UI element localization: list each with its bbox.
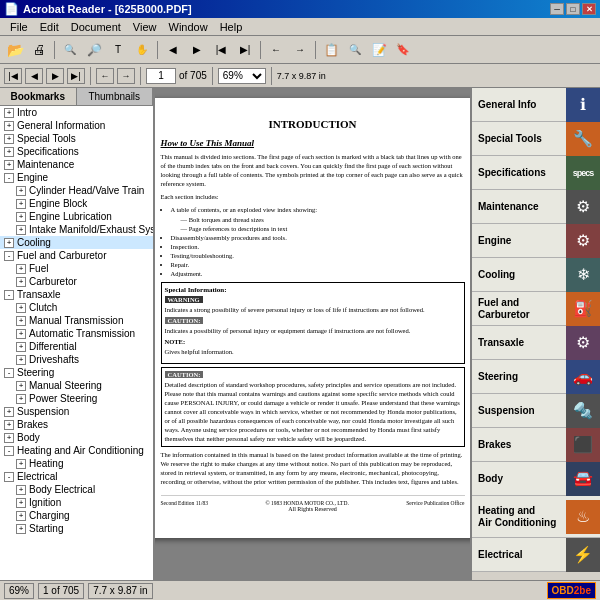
toggle-driveshafts[interactable]: + (16, 355, 26, 365)
window-controls[interactable]: ─ □ ✕ (550, 3, 596, 15)
toggle-power-steer[interactable]: + (16, 394, 26, 404)
tree-item-steering[interactable]: - Steering (0, 366, 153, 379)
tool-bookmark[interactable]: 🔖 (392, 39, 414, 61)
tool-zoom-out[interactable]: 🔍 (59, 39, 81, 61)
tree-item-hvac[interactable]: - Heating and Air Conditioning (0, 444, 153, 457)
tree-item-electrical[interactable]: - Electrical (0, 470, 153, 483)
toggle-body-elec[interactable]: + (16, 485, 26, 495)
tool-find[interactable]: 🔍 (344, 39, 366, 61)
toggle-general[interactable]: + (4, 121, 14, 131)
chapter-hvac[interactable]: Heating andAir Conditioning ♨ (472, 496, 600, 538)
tool-select[interactable]: T (107, 39, 129, 61)
tree-item-auto-trans[interactable]: + Automatic Transmission (0, 327, 153, 340)
tool-first-page[interactable]: |◀ (210, 39, 232, 61)
tool-print[interactable]: 🖨 (28, 39, 50, 61)
chapter-suspension[interactable]: Suspension 🔩 (472, 394, 600, 428)
menu-edit[interactable]: Edit (34, 21, 65, 33)
tool-zoom-in[interactable]: 🔎 (83, 39, 105, 61)
chapter-steering[interactable]: Steering 🚗 (472, 360, 600, 394)
nav-last[interactable]: ▶| (67, 68, 85, 84)
toggle-cylinder[interactable]: + (16, 186, 26, 196)
nav-next[interactable]: ▶ (46, 68, 64, 84)
menu-help[interactable]: Help (214, 21, 249, 33)
tool-prev-page[interactable]: ◀ (162, 39, 184, 61)
tree-item-special[interactable]: + Special Tools (0, 132, 153, 145)
toggle-electrical[interactable]: - (4, 472, 14, 482)
tree-item-intro[interactable]: + Intro (0, 106, 153, 119)
tree-item-specs[interactable]: + Specifications (0, 145, 153, 158)
chapter-special-tools[interactable]: Special Tools 🔧 (472, 122, 600, 156)
toggle-carb[interactable]: + (16, 277, 26, 287)
tool-note[interactable]: 📝 (368, 39, 390, 61)
chapter-specifications[interactable]: Specifications specs (472, 156, 600, 190)
chapter-body[interactable]: Body 🚘 (472, 462, 600, 496)
obd-logo[interactable]: OBD2be (547, 582, 596, 599)
toggle-heating[interactable]: + (16, 459, 26, 469)
tool-next-page[interactable]: ▶ (186, 39, 208, 61)
toggle-charging[interactable]: + (16, 511, 26, 521)
toggle-special[interactable]: + (4, 134, 14, 144)
toggle-intro[interactable]: + (4, 108, 14, 118)
minimize-button[interactable]: ─ (550, 3, 564, 15)
tree-item-body[interactable]: + Body (0, 431, 153, 444)
tree-item-driveshafts[interactable]: + Driveshafts (0, 353, 153, 366)
tree-item-power-steer[interactable]: + Power Steering (0, 392, 153, 405)
toggle-intake[interactable]: + (16, 225, 26, 235)
tree-item-engineblock[interactable]: + Engine Block (0, 197, 153, 210)
tree-item-fuel-sub[interactable]: + Fuel (0, 262, 153, 275)
chapter-maintenance[interactable]: Maintenance ⚙ (472, 190, 600, 224)
tree-item-intake[interactable]: + Intake Manifold/Exhaust Syste (0, 223, 153, 236)
toggle-hvac[interactable]: - (4, 446, 14, 456)
menu-window[interactable]: Window (163, 21, 214, 33)
tree-item-cylinder[interactable]: + Cylinder Head/Valve Train (0, 184, 153, 197)
toggle-differential[interactable]: + (16, 342, 26, 352)
tab-bookmarks[interactable]: Bookmarks (0, 88, 77, 105)
toggle-suspension[interactable]: + (4, 407, 14, 417)
toggle-fuel[interactable]: - (4, 251, 14, 261)
tool-open[interactable]: 📂 (4, 39, 26, 61)
maximize-button[interactable]: □ (566, 3, 580, 15)
tree-item-general[interactable]: + General Information (0, 119, 153, 132)
pdf-area[interactable]: INTRODUCTION How to Use This Manual This… (155, 88, 470, 580)
nav-prev[interactable]: ◀ (25, 68, 43, 84)
tree-item-brakes[interactable]: + Brakes (0, 418, 153, 431)
menu-view[interactable]: View (127, 21, 163, 33)
page-number-input[interactable] (146, 68, 176, 84)
zoom-select[interactable]: 69% 50% 75% 100% 125% (218, 68, 266, 84)
toggle-fuel-sub[interactable]: + (16, 264, 26, 274)
nav-fwd[interactable]: → (117, 68, 135, 84)
nav-back[interactable]: ← (96, 68, 114, 84)
tree-item-manual-steer[interactable]: + Manual Steering (0, 379, 153, 392)
toggle-specs[interactable]: + (4, 147, 14, 157)
tree-item-manual-trans[interactable]: + Manual Transmission (0, 314, 153, 327)
tree-item-cooling[interactable]: + Cooling (0, 236, 153, 249)
tree-item-starting[interactable]: + Starting (0, 522, 153, 535)
chapter-brakes[interactable]: Brakes ⬛ (472, 428, 600, 462)
tree-item-body-elec[interactable]: + Body Electrical (0, 483, 153, 496)
tree-item-clutch[interactable]: + Clutch (0, 301, 153, 314)
tool-hand[interactable]: ✋ (131, 39, 153, 61)
toggle-engine[interactable]: - (4, 173, 14, 183)
tab-thumbnails[interactable]: Thumbnails (77, 88, 154, 105)
toggle-manual-trans[interactable]: + (16, 316, 26, 326)
chapter-transaxle[interactable]: Transaxle ⚙ (472, 326, 600, 360)
toggle-auto-trans[interactable]: + (16, 329, 26, 339)
toggle-body[interactable]: + (4, 433, 14, 443)
tool-forward[interactable]: → (289, 39, 311, 61)
menu-document[interactable]: Document (65, 21, 127, 33)
tree-item-differential[interactable]: + Differential (0, 340, 153, 353)
tree-item-engine[interactable]: - Engine (0, 171, 153, 184)
toggle-steering[interactable]: - (4, 368, 14, 378)
tool-back[interactable]: ← (265, 39, 287, 61)
toggle-manual-steer[interactable]: + (16, 381, 26, 391)
tree-item-fuel[interactable]: - Fuel and Carburetor (0, 249, 153, 262)
tree-item-maintenance[interactable]: + Maintenance (0, 158, 153, 171)
toggle-clutch[interactable]: + (16, 303, 26, 313)
chapter-engine[interactable]: Engine ⚙ (472, 224, 600, 258)
toggle-maintenance[interactable]: + (4, 160, 14, 170)
toggle-engineblock[interactable]: + (16, 199, 26, 209)
toggle-brakes[interactable]: + (4, 420, 14, 430)
chapter-cooling[interactable]: Cooling ❄ (472, 258, 600, 292)
chapter-fuel[interactable]: Fuel and Carburetor ⛽ (472, 292, 600, 326)
tree-item-heating[interactable]: + Heating (0, 457, 153, 470)
